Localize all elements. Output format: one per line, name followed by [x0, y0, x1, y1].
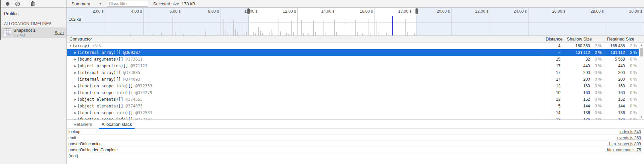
heap-grid-header: Constructor Distance Shallow Size Retain… — [67, 36, 644, 43]
cell-constructor: ▶(function scope info)[]@372583 — [67, 110, 543, 115]
table-row[interactable]: (internal array)[]@374093172000 %2000 % — [67, 76, 639, 83]
bottom-tabbar: RetainersAllocation stack — [67, 119, 644, 129]
frame-source-link[interactable]: events.js:263 — [617, 136, 641, 140]
perspective-select[interactable]: Summary ▼ — [70, 1, 103, 6]
cell-constructor: ▼(array)×315 — [67, 44, 543, 48]
frame-function-name: emit — [68, 136, 76, 140]
cell-retained-percent: 2 % — [625, 49, 639, 56]
cell-retained-size: 160 — [604, 83, 625, 89]
selection-handle-left[interactable] — [247, 8, 250, 14]
allocation-bar — [301, 20, 302, 35]
cell-retained-size: 152 — [604, 96, 625, 103]
selection-left-edge — [248, 15, 249, 35]
allocation-bar — [130, 34, 131, 35]
cell-shallow-percent: 0 % — [590, 69, 604, 76]
cell-retained-percent: 0 % — [625, 63, 639, 69]
table-row[interactable]: ▶(object elements)[]@37407551440 %1440 % — [67, 103, 639, 109]
allocation-bar — [288, 34, 289, 35]
vertical-scrollbar[interactable]: ▲ ▼ — [639, 43, 644, 119]
cell-retained-size: 440 — [604, 63, 625, 69]
collapsed-arrow-icon: ▶ — [73, 98, 77, 101]
sidebar-item-snapshot-1[interactable]: % Snapshot 1 6.7 MB Save — [0, 27, 66, 38]
size-axis-label: 102 kB — [69, 17, 81, 22]
tab-retainers[interactable]: Retainers — [69, 120, 96, 129]
cell-shallow-percent: 0 % — [590, 63, 604, 69]
tab-allocation-stack[interactable]: Allocation stack — [98, 120, 136, 129]
cell-retained-size: 165 488 — [604, 43, 625, 49]
allocation-bar — [172, 17, 173, 35]
allocation-bar — [303, 33, 304, 35]
delete-profile-button[interactable] — [30, 1, 35, 6]
frame-source-link[interactable]: _http_server.js:809 — [607, 142, 641, 146]
scrollbar-thumb[interactable] — [640, 48, 643, 57]
cell-shallow-size: 144 — [564, 103, 590, 109]
cell-shallow-percent: 0 % — [590, 56, 604, 63]
allocation-bar — [336, 32, 337, 35]
column-header-shallow-size[interactable]: Shallow Size — [564, 36, 604, 42]
ruler-tick-label: 4.00 s — [105, 8, 144, 15]
table-row[interactable]: ▶(function scope info)[]@372101131360 %1… — [67, 116, 639, 119]
scroll-up-icon[interactable]: ▲ — [639, 44, 644, 46]
collapsed-arrow-icon: ▶ — [73, 58, 77, 61]
table-row[interactable]: ▶(function scope info)[]@374279101600 %1… — [67, 89, 639, 96]
allocation-timeline-overview[interactable]: 2.00 s4.00 s6.00 s8.00 s10.00 s12.00 s14… — [67, 8, 644, 36]
table-row[interactable]: ▶(object properties)[]@371121174400 %440… — [67, 63, 639, 69]
allocation-bar — [273, 33, 273, 35]
table-row[interactable]: ▶(internal array)[]@373885172000 %2000 % — [67, 69, 639, 76]
constructor-name: (function scope info)[] — [77, 90, 133, 95]
ruler-tick-label: 14.00 s — [298, 8, 336, 15]
object-id: @374555 — [126, 97, 143, 102]
cell-retained-percent: 0 % — [625, 69, 639, 76]
record-heap-button[interactable] — [5, 1, 10, 6]
heap-grid-body: ▼(array)×3154160 3602 %165 4882 %▶(inter… — [67, 43, 644, 119]
constructor-name: (internal array)[] — [77, 70, 121, 75]
collapsed-arrow-icon: ▶ — [73, 51, 77, 54]
constructor-name: (internal array)[] — [77, 50, 121, 55]
trash-icon — [31, 1, 35, 6]
stack-frame-row: (root) — [67, 153, 644, 159]
allocation-bar — [255, 33, 256, 35]
cell-shallow-size: 160 — [564, 89, 590, 96]
object-id: @373611 — [126, 57, 143, 62]
cell-shallow-percent: 2 % — [590, 43, 604, 49]
allocation-bar — [217, 33, 217, 35]
table-row[interactable]: ▶(object elements)[]@374555131520 %1520 … — [67, 96, 639, 103]
save-link[interactable]: Save — [55, 30, 64, 35]
constructor-name: (function scope info)[] — [77, 110, 133, 115]
table-row[interactable]: ▼(array)×3154160 3602 %165 4882 % — [67, 43, 639, 49]
toolbar-separator — [25, 1, 25, 6]
collapsed-arrow-icon: ▶ — [73, 85, 77, 88]
frame-source-link[interactable]: _http_common.js:75 — [605, 148, 641, 152]
allocation-bar — [377, 21, 377, 35]
allocation-bar — [407, 32, 408, 35]
allocation-bar — [246, 31, 247, 35]
column-header-constructor[interactable]: Constructor — [67, 36, 543, 42]
frame-source-link[interactable]: index.js:343 — [620, 130, 641, 134]
table-row[interactable]: ▶(function scope info)[]@372333121600 %1… — [67, 83, 639, 89]
cell-constructor: (internal array)[]@374093 — [67, 77, 543, 82]
clear-profiles-button[interactable] — [15, 1, 20, 6]
allocation-bar — [269, 31, 269, 35]
cell-retained-size: 144 — [604, 103, 625, 109]
table-row[interactable]: ▶(function scope info)[]@372583141360 %1… — [67, 109, 639, 116]
constructor-name: (function scope info)[] — [77, 117, 133, 119]
column-header-distance[interactable]: Distance — [543, 36, 564, 42]
cell-retained-size: 131 112 — [604, 49, 625, 56]
cell-constructor: ▶(bound arguments)[]@373611 — [67, 57, 543, 62]
scroll-down-icon[interactable]: ▼ — [639, 116, 644, 118]
heap-toolbar: Summary ▼ Selected size: 178 kB — [67, 0, 644, 8]
cell-constructor: ▶(object elements)[]@374555 — [67, 97, 543, 102]
stack-frame-row: parserOnHeadersComplete_http_common.js:7… — [67, 147, 644, 153]
expanded-arrow-icon: ▼ — [69, 45, 72, 48]
frame-function-name: parserOnHeadersComplete — [68, 148, 118, 152]
column-header-retained-size[interactable]: Retained Size — [604, 36, 639, 42]
profiles-toolbar — [0, 0, 66, 8]
cell-retained-percent: 2 % — [625, 43, 639, 49]
selection-handle-right[interactable] — [415, 8, 418, 14]
cell-shallow-size: 160 360 — [564, 43, 590, 49]
class-filter-input[interactable] — [107, 1, 148, 7]
table-row[interactable]: ▶(bound arguments)[]@37361115320 %5 5680… — [67, 56, 639, 63]
table-row[interactable]: ▶(internal array)[]@369387–131 1122 %131… — [67, 49, 639, 56]
cell-retained-size: 136 — [604, 109, 625, 116]
profiles-header: Profiles — [0, 8, 66, 16]
